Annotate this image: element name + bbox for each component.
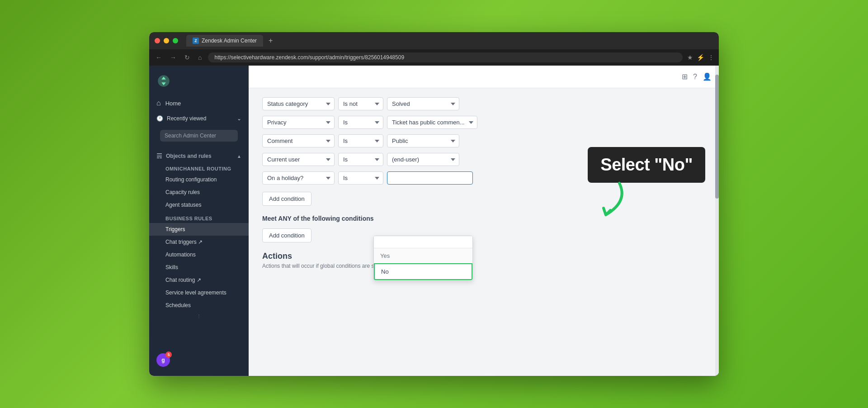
home-button[interactable]: ⌂ [196,53,203,62]
browser-titlebar: Z Zendesk Admin Center + [149,32,719,49]
condition-value-5-input[interactable] [387,171,473,185]
dropdown-search[interactable] [374,236,472,248]
sidebar-item-routing-configuration[interactable]: Routing configuration [149,173,249,186]
condition-value-1[interactable]: Solved [387,97,459,110]
condition-field-3[interactable]: Comment [262,134,335,147]
traffic-light-yellow[interactable] [164,38,169,43]
browser-tab[interactable]: Z Zendesk Admin Center [186,35,263,47]
extensions-icon[interactable]: ⚡ [697,54,704,61]
objects-rules-icon: ☴ [156,152,162,160]
menu-icon[interactable]: ⋮ [708,54,714,61]
address-bar[interactable] [208,52,683,62]
chevron-icon: ▲ [237,154,241,159]
browser-addressbar: ← → ↻ ⌂ ★ ⚡ ⋮ [149,49,719,66]
actions-title: Actions [262,251,705,261]
condition-value-4[interactable]: (end-user) [387,153,459,166]
condition-row-3: Comment Is Public [262,134,705,147]
business-rules-header: Business rules [149,211,249,223]
sidebar-item-service-level[interactable]: Service level agreements [149,286,249,299]
refresh-button[interactable]: ↻ [183,53,192,62]
sidebar-item-triggers[interactable]: Triggers [149,223,249,236]
sidebar-item-skills[interactable]: Skills [149,261,249,274]
recently-viewed-label: Recently viewed [167,115,206,122]
condition-field-4[interactable]: Current user [262,153,335,166]
condition-row-1: Status category Is not Solved [262,97,705,110]
bookmark-icon[interactable]: ★ [687,54,693,61]
objects-and-rules-label: Objects and rules [166,153,212,159]
sidebar-item-agent-statuses[interactable]: Agent statuses [149,199,249,211]
new-tab-button[interactable]: + [269,37,273,45]
add-condition-meet-all-button[interactable]: Add condition [262,192,311,206]
condition-field-1[interactable]: Status category [262,97,335,110]
sidebar-item-chat-triggers[interactable]: Chat triggers ↗ [149,236,249,248]
condition-field-5[interactable]: On a holiday? [262,171,335,185]
user-icon[interactable]: 👤 [703,72,712,81]
sidebar-scroll-indicator: ⋮ [149,312,249,320]
annotation-text: Select "No" [600,155,693,174]
home-icon: ⌂ [156,99,161,107]
chevron-down-icon: ⌄ [237,115,241,122]
traffic-light-red[interactable] [155,38,160,43]
main-content: ⊞ ? 👤 Status category Is not Solved [249,66,719,376]
dropdown-option-no[interactable]: No [374,263,472,280]
forward-button[interactable]: → [168,53,178,62]
sidebar-item-capacity-rules[interactable]: Capacity rules [149,186,249,199]
help-icon[interactable]: ? [693,73,697,81]
sidebar-item-home[interactable]: ⌂ Home [149,95,249,112]
green-arrow [579,179,633,226]
search-input[interactable] [160,130,238,142]
home-label: Home [165,100,181,107]
condition-operator-5[interactable]: Is [338,171,383,185]
condition-value-3[interactable]: Public [387,134,459,147]
condition-field-2[interactable]: Privacy [262,116,335,129]
condition-operator-3[interactable]: Is [338,134,383,147]
browser-actions: ★ ⚡ ⋮ [687,54,714,61]
traffic-light-green[interactable] [173,38,178,43]
content-scrollbar[interactable] [715,66,719,376]
clock-icon: 🕐 [156,115,163,122]
condition-operator-4[interactable]: Is [338,153,383,166]
content-area: Status category Is not Solved Privacy [249,88,719,376]
sidebar-item-schedules[interactable]: Schedules [149,299,249,312]
condition-row-2: Privacy Is Ticket has public commen... [262,116,705,129]
meet-any-label: Meet ANY of the following conditions [262,215,705,222]
holiday-dropdown: Yes No [373,236,473,280]
back-button[interactable]: ← [154,53,164,62]
condition-operator-1[interactable]: Is not [338,97,383,110]
browser-window: Z Zendesk Admin Center + ← → ↻ ⌂ ★ ⚡ ⋮ [149,32,719,376]
sidebar-logo [149,66,249,95]
tab-title: Zendesk Admin Center [202,38,257,44]
condition-value-2[interactable]: Ticket has public commen... [387,116,477,129]
sidebar-item-automations[interactable]: Automations [149,248,249,261]
avatar: g 5 [156,353,170,367]
sidebar-item-chat-routing[interactable]: Chat routing ↗ [149,274,249,286]
dropdown-option-yes[interactable]: Yes [374,248,472,263]
add-condition-meet-any-button[interactable]: Add condition [262,228,311,242]
condition-operator-2[interactable]: Is [338,116,383,129]
avatar-badge: 5 [165,351,172,358]
app-layout: ⌂ Home 🕐 Recently viewed ⌄ ☴ Objects and… [149,66,719,376]
tab-favicon: Z [193,38,199,44]
main-topbar: ⊞ ? 👤 [249,66,719,88]
actions-subtitle: Actions that will occur if global condit… [262,263,705,269]
sidebar-item-recently-viewed[interactable]: 🕐 Recently viewed ⌄ [149,112,249,125]
sidebar: ⌂ Home 🕐 Recently viewed ⌄ ☴ Objects and… [149,66,249,376]
grid-icon[interactable]: ⊞ [682,72,688,81]
sidebar-avatar-area[interactable]: g 5 [149,349,249,371]
omnichannel-routing-header: Omnichannel routing [149,161,249,173]
sidebar-section-objects-and-rules[interactable]: ☴ Objects and rules ▲ [149,148,249,161]
scroll-thumb[interactable] [715,75,719,199]
annotation-box: Select "No" [588,147,705,183]
